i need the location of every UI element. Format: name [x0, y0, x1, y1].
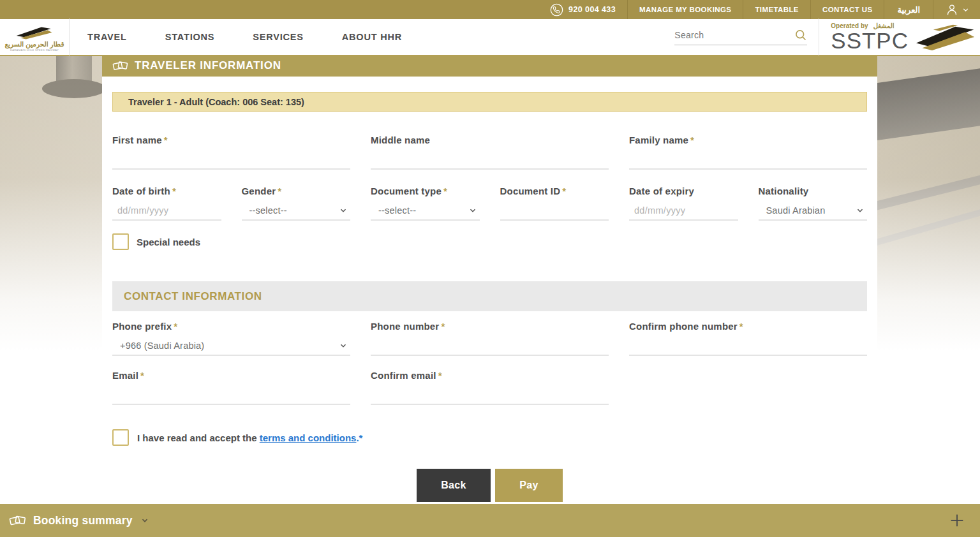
confirm-phone-number-input[interactable]	[629, 337, 867, 356]
required-asterisk: *	[278, 186, 281, 196]
booking-summary-toggle[interactable]: Booking summary	[9, 512, 149, 529]
date-of-expiry-label: Date of expiry	[629, 186, 694, 196]
document-id-field: Document ID*	[500, 186, 609, 221]
chevron-down-icon	[856, 206, 865, 215]
required-asterisk: *	[172, 186, 176, 196]
pay-button[interactable]: Pay	[495, 469, 563, 502]
nav-item-services[interactable]: SERVICES	[253, 32, 303, 42]
operator-block: Operated by المشغل SSTPC	[819, 18, 980, 55]
chevron-down-icon	[339, 206, 348, 215]
special-needs-checkbox[interactable]	[112, 233, 129, 250]
required-asterisk: *	[441, 321, 445, 332]
first-name-input[interactable]	[112, 151, 350, 170]
middle-name-label: Middle name	[371, 135, 430, 145]
search-icon[interactable]	[794, 29, 807, 41]
gender-select[interactable]: --select--	[242, 202, 351, 221]
phone-prefix-select[interactable]: +966 (Saudi Arabia)	[112, 337, 350, 356]
middle-name-input[interactable]	[371, 151, 609, 170]
gender-value: --select--	[249, 205, 287, 216]
booking-summary-bar: Booking summary	[0, 504, 980, 537]
hhr-logo[interactable]: قطار الحرمين السريع HARAMAIN HIGH SPEED …	[0, 23, 69, 52]
contact-section-title: CONTACT INFORMATION	[124, 290, 262, 303]
chevron-down-icon	[961, 6, 970, 14]
phone-prefix-field: Phone prefix* +966 (Saudi Arabia)	[112, 321, 350, 356]
contact-us-link[interactable]: CONTACT US	[810, 0, 884, 19]
required-asterisk: *	[690, 135, 694, 145]
gender-field: Gender* --select--	[242, 186, 351, 221]
nationality-label: Nationality	[759, 186, 809, 196]
manage-my-bookings-link[interactable]: MANAGE MY BOOKINGS	[627, 0, 743, 19]
confirm-email-field: Confirm email*	[371, 370, 609, 405]
phone-number-input[interactable]	[371, 337, 609, 356]
phone-number: 920 004 433	[568, 5, 616, 14]
required-asterisk: *	[164, 135, 168, 145]
confirm-phone-number-field: Confirm phone number*	[629, 321, 867, 356]
nav-item-about-hhr[interactable]: ABOUT HHR	[342, 32, 402, 42]
document-type-value: --select--	[378, 205, 416, 216]
phone-prefix-label: Phone prefix	[112, 321, 172, 332]
phone-icon	[550, 3, 563, 17]
document-type-select[interactable]: --select--	[371, 202, 480, 221]
booking-summary-title: Booking summary	[33, 514, 133, 527]
phone-number-label: Phone number	[371, 321, 439, 332]
confirm-email-input[interactable]	[371, 386, 609, 405]
nationality-select[interactable]: Saudi Arabian	[759, 202, 868, 221]
terms-checkbox[interactable]	[112, 429, 129, 446]
main-navbar: قطار الحرمين السريع HARAMAIN HIGH SPEED …	[0, 19, 980, 56]
language-toggle-arabic[interactable]: العربية	[884, 0, 933, 19]
special-needs-row: Special needs	[112, 233, 867, 250]
back-button[interactable]: Back	[417, 469, 491, 502]
document-type-field: Document type* --select--	[371, 186, 480, 221]
first-name-field: First name*	[112, 135, 350, 170]
ticket-icon	[9, 512, 27, 529]
gender-label: Gender	[242, 186, 276, 196]
terms-and-conditions-link[interactable]: terms and conditions	[260, 432, 357, 443]
chevron-down-icon	[140, 516, 149, 525]
phone-number-field: Phone number*	[371, 321, 609, 356]
email-field: Email*	[112, 370, 350, 405]
user-account-button[interactable]	[933, 0, 980, 19]
phone-prefix-value: +966 (Saudi Arabia)	[120, 341, 204, 351]
middle-name-field: Middle name	[371, 135, 609, 170]
required-asterisk: *	[438, 370, 442, 381]
required-asterisk: *	[174, 321, 177, 332]
section-title: TRAVELER INFORMATION	[135, 59, 281, 72]
sstpc-train-logo-icon	[915, 23, 976, 51]
phone-link[interactable]: 920 004 433	[538, 0, 627, 19]
first-name-label: First name	[112, 135, 162, 145]
required-asterisk: *	[443, 186, 447, 196]
document-type-label: Document type	[371, 186, 442, 196]
search-input[interactable]	[674, 30, 794, 40]
user-icon	[945, 3, 959, 17]
date-of-birth-field: Date of birth*	[112, 186, 221, 221]
date-of-birth-input[interactable]	[112, 202, 221, 221]
expand-summary-plus-icon[interactable]	[948, 511, 966, 529]
traveler-banner-text: Traveler 1 - Adult (Coach: 006 Seat: 135…	[128, 97, 304, 107]
nav-item-stations[interactable]: STATIONS	[165, 32, 215, 42]
hhr-logo-arabic-text: قطار الحرمين السريع	[5, 40, 64, 48]
traveler-information-card: TRAVELER INFORMATION Traveler 1 - Adult …	[102, 55, 877, 537]
ticket-icon	[112, 58, 129, 73]
chevron-down-icon	[468, 206, 477, 215]
date-of-birth-label: Date of birth	[112, 186, 170, 196]
nav-item-travel[interactable]: TRAVEL	[87, 32, 127, 42]
hhr-train-logo-icon	[13, 26, 56, 40]
nationality-value: Saudi Arabian	[766, 205, 826, 216]
date-of-expiry-field: Date of expiry	[629, 186, 738, 221]
form-actions: Back Pay	[112, 469, 867, 502]
required-asterisk: *	[739, 321, 743, 332]
required-asterisk: *	[140, 370, 144, 381]
email-label: Email	[112, 370, 138, 381]
family-name-input[interactable]	[629, 151, 867, 170]
timetable-link[interactable]: TIMETABLE	[743, 0, 810, 19]
traveler-banner: Traveler 1 - Adult (Coach: 006 Seat: 135…	[112, 92, 867, 112]
date-of-expiry-input[interactable]	[629, 202, 738, 221]
contact-information-header: CONTACT INFORMATION	[112, 281, 867, 311]
special-needs-label: Special needs	[137, 237, 200, 247]
terms-row: I have read and accept the terms and con…	[112, 429, 867, 446]
email-input[interactable]	[112, 386, 350, 405]
family-name-field: Family name*	[629, 135, 867, 170]
document-id-input[interactable]	[500, 202, 609, 221]
terms-text-after: .*	[356, 432, 362, 443]
confirm-phone-number-label: Confirm phone number	[629, 321, 738, 332]
